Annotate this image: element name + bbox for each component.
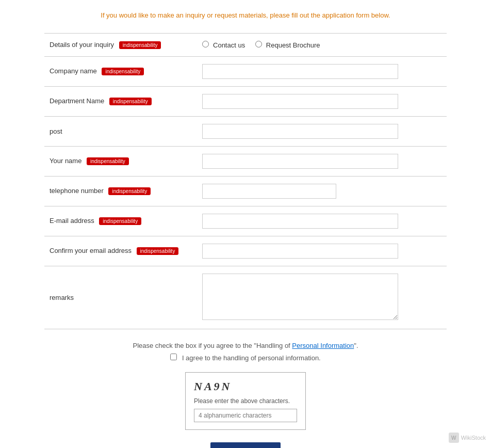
telephone-label: telephone number [50, 187, 104, 195]
footer-section: Please check the box if you agree to the… [44, 342, 447, 448]
yourname-row: Your name indispensability [44, 146, 447, 176]
company-badge: indispensability [102, 68, 144, 75]
privacy-text-before: Please check the box if you agree to the… [133, 342, 292, 349]
send-button[interactable]: send ► [210, 442, 281, 448]
agree-label[interactable]: I agree to the handling of personal info… [44, 354, 447, 362]
company-input[interactable] [202, 64, 398, 79]
yourname-input-cell [197, 146, 447, 176]
yourname-label-cell: Your name indispensability [44, 146, 197, 176]
company-label: Company name [50, 67, 97, 75]
confirm-email-badge: indispensability [137, 247, 179, 255]
page-wrapper: If you would like to make an inquiry or … [34, 0, 457, 448]
inquiry-label: Details of your inquiry [50, 41, 114, 49]
email-input-cell [197, 206, 447, 236]
captcha-input[interactable] [194, 409, 297, 422]
yourname-badge: indispensability [87, 157, 129, 165]
remarks-label-cell: remarks [44, 266, 197, 329]
watermark-icon: W [449, 433, 459, 443]
email-label-cell: E-mail address indispensability [44, 206, 197, 236]
privacy-text: Please check the box if you agree to the… [44, 342, 447, 349]
captcha-hint: Please enter the above characters. [194, 397, 297, 405]
telephone-badge: indispensability [108, 187, 151, 195]
company-label-cell: Company name indispensability [44, 56, 197, 86]
remarks-label: remarks [50, 294, 74, 301]
radio-contact[interactable] [202, 41, 209, 47]
privacy-text-after: ". [354, 342, 358, 349]
form-table: Details of your inquiry indispensability… [44, 33, 447, 329]
inquiry-radio-cell: Contact us Request Brochure [197, 33, 447, 56]
company-row: Company name indispensability [44, 56, 447, 86]
inquiry-radio-group: Contact us Request Brochure [202, 41, 441, 49]
department-label-cell: Department Name indispensability [44, 86, 197, 116]
email-label: E-mail address [50, 217, 94, 225]
email-badge: indispensability [99, 217, 141, 225]
captcha-code: NA9N [194, 380, 297, 393]
post-input[interactable] [202, 124, 398, 139]
confirm-email-input-cell [197, 236, 447, 266]
watermark: W WikiStock [449, 433, 486, 443]
remarks-textarea[interactable] [202, 274, 398, 320]
intro-text: If you would like to make an inquiry or … [44, 10, 447, 21]
watermark-text: WikiStock [461, 435, 486, 441]
department-label: Department Name [50, 97, 104, 105]
privacy-link[interactable]: Personal Information [292, 342, 354, 349]
confirm-email-label: Confirm your email address [50, 247, 132, 254]
telephone-input-cell [197, 176, 447, 206]
yourname-input[interactable] [202, 154, 398, 169]
department-input-cell [197, 86, 447, 116]
confirm-email-input[interactable] [202, 244, 398, 259]
confirm-email-label-cell: Confirm your email address indispensabil… [44, 236, 197, 266]
confirm-email-row: Confirm your email address indispensabil… [44, 236, 447, 266]
telephone-label-cell: telephone number indispensability [44, 176, 197, 206]
radio-brochure-label[interactable]: Request Brochure [255, 41, 320, 49]
agree-checkbox[interactable] [170, 354, 177, 360]
department-badge: indispensability [109, 98, 152, 105]
post-input-cell [197, 116, 447, 146]
captcha-box: NA9N Please enter the above characters. [185, 372, 306, 430]
department-input[interactable] [202, 94, 398, 109]
telephone-row: telephone number indispensability [44, 176, 447, 206]
company-input-cell [197, 56, 447, 86]
telephone-input[interactable] [202, 184, 336, 199]
inquiry-label-cell: Details of your inquiry indispensability [44, 33, 197, 56]
email-row: E-mail address indispensability [44, 206, 447, 236]
remarks-row: remarks [44, 266, 447, 329]
department-row: Department Name indispensability [44, 86, 447, 116]
email-input[interactable] [202, 214, 398, 229]
inquiry-row: Details of your inquiry indispensability… [44, 33, 447, 56]
radio-contact-label[interactable]: Contact us [202, 41, 245, 49]
agree-text: I agree to the handling of personal info… [182, 354, 321, 362]
yourname-label: Your name [50, 157, 81, 165]
post-label-cell: post [44, 116, 197, 146]
remarks-input-cell [197, 266, 447, 329]
inquiry-badge: indispensability [119, 41, 161, 49]
post-row: post [44, 116, 447, 146]
post-label: post [50, 127, 62, 135]
radio-brochure[interactable] [255, 41, 262, 47]
